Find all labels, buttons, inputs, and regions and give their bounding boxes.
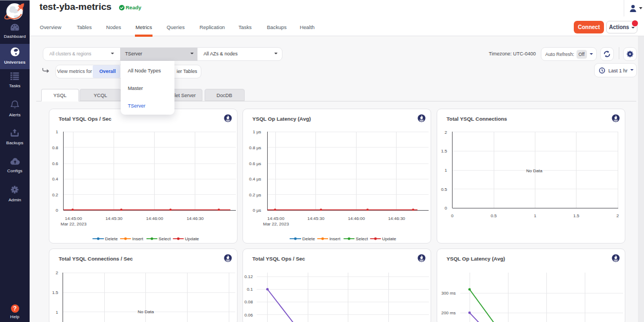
svg-text:0.4: 0.4 [52,177,59,182]
svg-text:Select: Select [159,236,171,241]
svg-text:14:45:30: 14:45:30 [105,216,123,221]
svg-text:Total YSQL Connections / Sec: Total YSQL Connections / Sec [59,256,133,262]
svg-text:Select: Select [355,236,368,241]
svg-text:200 ms: 200 ms [441,310,455,315]
svg-text:1 µs: 1 µs [253,129,261,134]
svg-text:Delete: Delete [302,236,315,241]
svg-text:Update: Update [185,236,199,241]
svg-text:0 µs: 0 µs [253,208,261,213]
svg-text:1: 1 [534,213,536,218]
svg-text:14:45:00: 14:45:00 [267,216,285,221]
svg-text:300 ms: 300 ms [441,291,455,296]
svg-text:1.5: 1.5 [573,213,580,218]
svg-text:1: 1 [445,168,448,173]
svg-text:14:46:30: 14:46:30 [388,216,405,221]
svg-text:Delete: Delete [105,236,118,241]
svg-text:0.4 µs: 0.4 µs [249,177,261,182]
svg-text:Insert: Insert [329,236,341,241]
svg-text:2: 2 [445,130,448,135]
svg-text:1: 1 [56,129,59,134]
svg-text:YSQL Op Latency (Avg): YSQL Op Latency (Avg) [447,256,505,262]
svg-text:0: 0 [56,208,59,213]
svg-text:14:45:30: 14:45:30 [307,216,325,221]
svg-text:0: 0 [451,213,454,218]
svg-text:Insert: Insert [132,236,144,241]
svg-text:0.5: 0.5 [441,187,448,192]
svg-text:Total YSQL Ops / Sec: Total YSQL Ops / Sec [252,256,305,262]
svg-text:0.6 µs: 0.6 µs [249,161,261,166]
svg-text:2: 2 [617,213,619,218]
svg-text:0.2 µs: 0.2 µs [249,193,261,197]
svg-text:0.12: 0.12 [244,274,253,279]
svg-text:0.1: 0.1 [247,287,253,292]
svg-text:14:46:30: 14:46:30 [187,216,204,221]
svg-text:0.5: 0.5 [490,213,497,218]
svg-text:14:46:00: 14:46:00 [146,216,163,221]
svg-text:0.6: 0.6 [52,161,59,166]
svg-text:No Data: No Data [138,309,154,314]
svg-text:YSQL Op Latency (Avg): YSQL Op Latency (Avg) [252,116,311,122]
svg-text:1: 1 [56,309,59,314]
svg-text:0.8 µs: 0.8 µs [249,145,261,150]
svg-text:Total YSQL Connections: Total YSQL Connections [447,116,507,122]
svg-text:0.2: 0.2 [52,193,59,197]
svg-text:1.5: 1.5 [441,149,448,154]
svg-text:1.5: 1.5 [52,290,59,295]
svg-text:Update: Update [382,236,396,241]
svg-text:0.08: 0.08 [244,300,253,304]
svg-text:14:46:00: 14:46:00 [348,216,365,221]
svg-text:No Data: No Data [526,168,543,173]
svg-text:14:45:00: 14:45:00 [65,216,82,221]
svg-text:0: 0 [445,206,448,211]
svg-text:0.8: 0.8 [52,145,59,150]
svg-text:Total YSQL Ops / Sec: Total YSQL Ops / Sec [59,116,111,122]
svg-text:0.06: 0.06 [244,312,253,317]
svg-text:Mar 22, 2023: Mar 22, 2023 [61,222,87,227]
svg-text:2: 2 [56,270,59,275]
svg-text:Mar 22, 2023: Mar 22, 2023 [263,222,290,227]
